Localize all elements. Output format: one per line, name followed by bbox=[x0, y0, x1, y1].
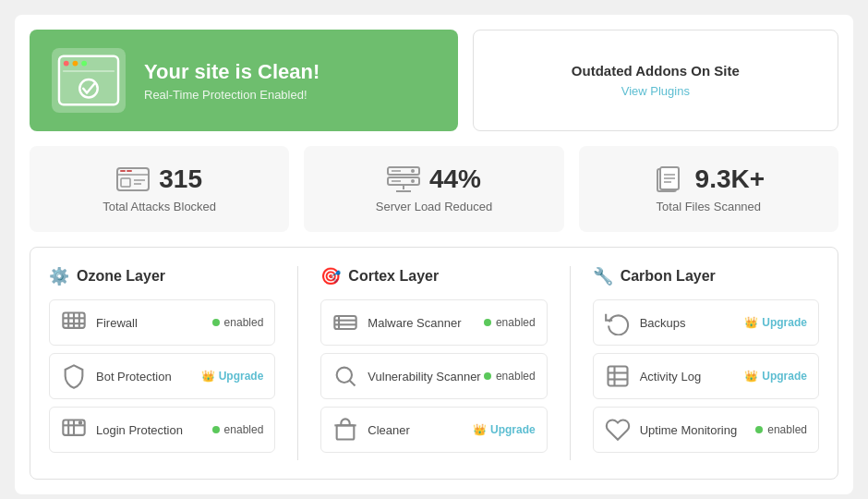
malware-dot bbox=[484, 319, 491, 326]
crown-icon-activity: 👑 bbox=[744, 370, 758, 383]
files-label: Total Files Scanned bbox=[657, 200, 761, 213]
crown-icon-cleaner: 👑 bbox=[473, 423, 487, 436]
activity-log-row: Activity Log 👑 Upgrade bbox=[593, 353, 819, 399]
malware-scanner-status: enabled bbox=[484, 316, 536, 329]
svg-point-36 bbox=[79, 421, 81, 423]
cleaner-upgrade[interactable]: 👑 Upgrade bbox=[473, 423, 536, 436]
files-icon bbox=[653, 165, 686, 193]
svg-rect-37 bbox=[335, 316, 356, 329]
server-value: 44% bbox=[429, 164, 481, 194]
activity-log-upgrade[interactable]: 👑 Upgrade bbox=[744, 370, 807, 383]
firewall-dot bbox=[212, 319, 220, 326]
svg-rect-8 bbox=[121, 178, 130, 187]
stat-files: 9.3K+ Total Files Scanned bbox=[579, 146, 838, 232]
cortex-title: 🎯 Cortex Layer bbox=[320, 266, 547, 286]
clean-title: Your site is Clean! bbox=[144, 60, 319, 84]
login-protection-name: Login Protection bbox=[96, 423, 212, 437]
attacks-icon bbox=[116, 165, 150, 193]
malware-scanner-row: Malware Scanner enabled bbox=[320, 299, 547, 346]
vuln-dot bbox=[484, 372, 491, 380]
attacks-label: Total Attacks Blocked bbox=[102, 200, 216, 213]
browser-icon-wrapper bbox=[52, 48, 126, 113]
divider-2 bbox=[570, 266, 571, 460]
svg-point-2 bbox=[73, 61, 78, 67]
ozone-layer: ⚙️ Ozone Layer Firewall bbox=[49, 266, 275, 460]
backups-icon bbox=[605, 310, 631, 335]
uptime-monitoring-status: enabled bbox=[755, 423, 807, 436]
outdated-box: Outdated Addons On Site View Plugins bbox=[473, 30, 838, 131]
firewall-icon bbox=[61, 310, 87, 335]
svg-rect-43 bbox=[337, 425, 355, 439]
svg-point-1 bbox=[64, 61, 69, 67]
malware-scanner-icon bbox=[332, 310, 358, 335]
backups-row: Backups 👑 Upgrade bbox=[593, 299, 819, 346]
backups-name: Backups bbox=[640, 316, 745, 330]
attacks-value: 315 bbox=[159, 164, 202, 194]
cleaner-name: Cleaner bbox=[368, 423, 473, 437]
carbon-layer: 🔧 Carbon Layer Backups 👑 Upgrade bbox=[593, 266, 819, 460]
uptime-monitoring-row: Uptime Monitoring enabled bbox=[593, 407, 819, 453]
top-section: Your site is Clean! Real-Time Protection… bbox=[30, 30, 838, 131]
crown-icon-backups: 👑 bbox=[744, 316, 758, 329]
login-protection-status: enabled bbox=[212, 423, 264, 436]
layers-section: ⚙️ Ozone Layer Firewall bbox=[30, 247, 838, 480]
browser-mock-icon bbox=[57, 54, 120, 107]
uptime-dot bbox=[755, 426, 763, 433]
main-container: Your site is Clean! Real-Time Protection… bbox=[15, 15, 853, 494]
server-icon bbox=[387, 165, 420, 193]
stats-section: 315 Total Attacks Blocked bbox=[30, 146, 838, 232]
bot-protection-row: Bot Protection 👑 Upgrade bbox=[49, 353, 275, 399]
uptime-monitoring-icon bbox=[605, 417, 631, 443]
svg-rect-45 bbox=[608, 367, 627, 386]
clean-subtitle: Real-Time Protection Enabled! bbox=[144, 88, 319, 102]
malware-scanner-name: Malware Scanner bbox=[368, 316, 484, 330]
activity-log-name: Activity Log bbox=[640, 370, 745, 383]
svg-point-16 bbox=[411, 179, 415, 183]
cleaner-icon bbox=[332, 417, 358, 443]
ozone-icon: ⚙️ bbox=[49, 266, 69, 286]
svg-rect-4 bbox=[63, 70, 115, 71]
cortex-icon: 🎯 bbox=[320, 266, 341, 286]
uptime-monitoring-name: Uptime Monitoring bbox=[640, 423, 756, 437]
clean-banner: Your site is Clean! Real-Time Protection… bbox=[30, 30, 458, 131]
vulnerability-scanner-row: Vulnerability Scanner enabled bbox=[320, 353, 547, 399]
cleaner-row: Cleaner 👑 Upgrade bbox=[320, 407, 547, 453]
svg-line-42 bbox=[350, 381, 356, 386]
svg-point-3 bbox=[81, 61, 87, 67]
divider-1 bbox=[297, 266, 298, 460]
cortex-layer: 🎯 Cortex Layer Malware Scanner enabled bbox=[320, 266, 547, 460]
bot-protection-upgrade[interactable]: 👑 Upgrade bbox=[201, 370, 264, 383]
carbon-title: 🔧 Carbon Layer bbox=[593, 266, 819, 286]
login-protection-icon bbox=[61, 417, 87, 443]
carbon-icon: 🔧 bbox=[593, 266, 613, 286]
vulnerability-scanner-icon bbox=[332, 363, 358, 389]
login-protection-row: Login Protection enabled bbox=[49, 407, 275, 453]
outdated-title: Outdated Addons On Site bbox=[572, 63, 740, 79]
vulnerability-scanner-name: Vulnerability Scanner bbox=[368, 370, 484, 383]
bot-protection-name: Bot Protection bbox=[96, 370, 201, 383]
svg-point-41 bbox=[337, 368, 352, 383]
firewall-status: enabled bbox=[212, 316, 264, 329]
firewall-row: Firewall enabled bbox=[49, 299, 275, 346]
firewall-name: Firewall bbox=[96, 316, 212, 330]
stat-attacks: 315 Total Attacks Blocked bbox=[30, 146, 289, 232]
svg-point-15 bbox=[411, 169, 415, 173]
backups-upgrade[interactable]: 👑 Upgrade bbox=[744, 316, 807, 329]
server-label: Server Load Reduced bbox=[376, 200, 492, 213]
vulnerability-scanner-status: enabled bbox=[484, 370, 536, 383]
bot-protection-icon bbox=[61, 363, 87, 389]
files-value: 9.3K+ bbox=[695, 164, 766, 194]
stat-server: 44% Server Load Reduced bbox=[304, 146, 563, 232]
crown-icon-bot: 👑 bbox=[201, 370, 215, 383]
ozone-title: ⚙️ Ozone Layer bbox=[49, 266, 275, 286]
clean-banner-text: Your site is Clean! Real-Time Protection… bbox=[144, 60, 319, 102]
activity-log-icon bbox=[605, 363, 631, 389]
login-dot bbox=[212, 426, 220, 433]
view-plugins-link[interactable]: View Plugins bbox=[621, 84, 690, 98]
